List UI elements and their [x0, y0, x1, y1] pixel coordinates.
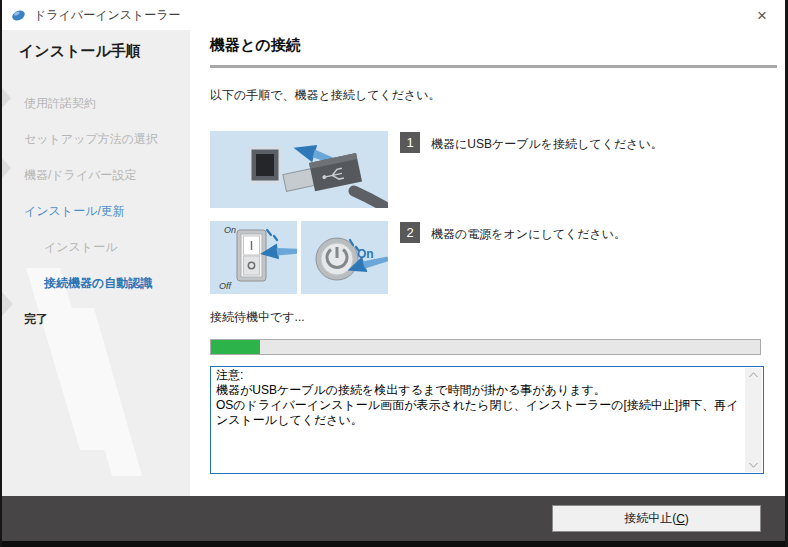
app-icon [11, 8, 26, 23]
note-box[interactable]: 注意: 機器がUSBケーブルの接続を検出するまで時間が掛かる事があります。 OS… [210, 366, 764, 474]
install-steps-list: 使用許諾契約 セットアップ方法の選択 機器/ドライバー設定 インストール/更新 … [2, 95, 190, 327]
window-bottom-edge [2, 541, 785, 547]
sidebar-item-device-driver-settings: 機器/ドライバー設定 [24, 167, 190, 183]
progress-bar [210, 339, 761, 355]
sidebar-item-install-update: インストール/更新 [24, 203, 190, 219]
sidebar-item-auto-detect-device: 接続機器の自動認識 [44, 275, 190, 291]
sidebar-item-license: 使用許諾契約 [24, 95, 190, 111]
instruction-text: 以下の手順で、機器と接続してください。 [210, 87, 785, 104]
switch-off-label: Off [219, 281, 233, 291]
usb-cable-illustration [210, 131, 388, 208]
cancel-button-label-prefix: 接続中止( [624, 510, 676, 527]
sidebar-item-complete: 完了 [24, 311, 190, 327]
cancel-button-label-suffix: ) [685, 512, 689, 526]
power-on-label: On [357, 247, 374, 261]
status-text: 接続待機中です... [210, 309, 785, 326]
page-title: 機器との接続 [210, 36, 785, 55]
install-steps-sidebar: インストール手順 使用許諾契約 セットアップ方法の選択 機器/ドライバー設定 イ… [2, 30, 190, 496]
step-2-number-badge: 2 [400, 222, 420, 243]
title-bar[interactable]: ドライバーインストーラー × [2, 0, 785, 30]
switch-on-label: On [224, 225, 236, 235]
progress-bar-fill [211, 340, 260, 354]
close-icon[interactable]: × [739, 0, 785, 30]
note-text: 注意: 機器がUSBケーブルの接続を検出するまで時間が掛かる事があります。 OS… [216, 368, 739, 471]
heading-divider [210, 65, 777, 68]
scrollbar-down-icon[interactable] [749, 458, 758, 472]
cancel-button-mnemonic: C [676, 512, 685, 526]
note-scrollbar[interactable] [745, 368, 762, 472]
power-switch-illustration: On Off [210, 221, 297, 294]
sidebar-item-install: インストール [44, 239, 190, 255]
connection-steps: 1 機器にUSBケーブルを接続してください。 [210, 131, 785, 294]
sidebar-title: インストール手順 [19, 42, 190, 61]
cancel-connection-button[interactable]: 接続中止(C) [552, 505, 761, 532]
step-2-text: 機器の電源をオンにしてください。 [431, 226, 626, 243]
window-title: ドライバーインストーラー [34, 7, 181, 24]
installer-window: ドライバーインストーラー × インストール手順 使用許諾契約 セットアップ方法の… [0, 0, 788, 547]
step-row-2: On Off [210, 221, 785, 294]
step-1-text: 機器にUSBケーブルを接続してください。 [431, 136, 663, 153]
main-panel: 機器との接続 以下の手順で、機器と接続してください。 [190, 30, 785, 496]
footer-bar: 接続中止(C) [2, 496, 785, 541]
step-row-1: 1 機器にUSBケーブルを接続してください。 [210, 131, 785, 208]
step-1-number-badge: 1 [400, 132, 420, 153]
power-button-illustration: On [301, 221, 388, 294]
scrollbar-up-icon[interactable] [749, 368, 758, 382]
sidebar-item-setup-method: セットアップ方法の選択 [24, 131, 190, 147]
